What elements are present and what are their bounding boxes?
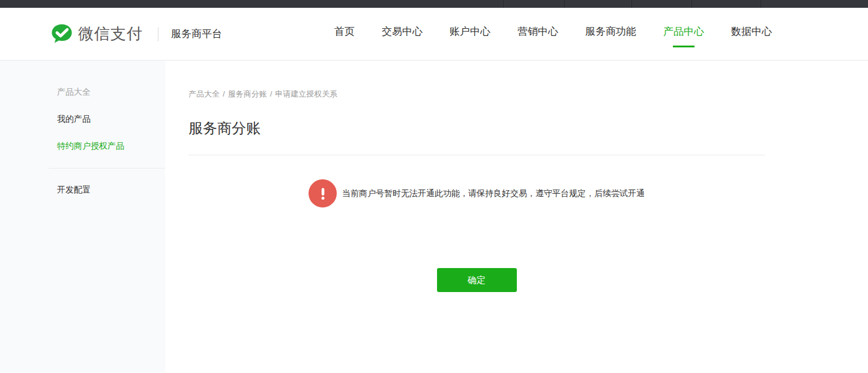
sidebar-item-sub-merchant-authorized-products[interactable]: 特约商户授权产品	[0, 141, 165, 152]
nav-item-account-center[interactable]: 账户中心	[450, 19, 490, 49]
exclamation-circle-icon	[309, 179, 337, 207]
nav-item-data-center[interactable]: 数据中心	[731, 19, 772, 49]
nav-item-home[interactable]: 首页	[334, 19, 355, 49]
nav-item-transaction-center[interactable]: 交易中心	[382, 19, 423, 49]
page-body: 产品大全 我的产品 特约商户授权产品 开发配置 产品大全/服务商分账/申请建立授…	[0, 61, 868, 372]
sidebar-item-dev-config[interactable]: 开发配置	[0, 185, 165, 195]
sidebar-section-title: 产品大全	[0, 87, 165, 98]
breadcrumb-separator: /	[223, 89, 225, 98]
breadcrumb-separator: /	[270, 89, 273, 98]
content-divider	[188, 155, 765, 155]
breadcrumb-segment-product-catalog[interactable]: 产品大全	[188, 89, 220, 98]
page-title: 服务商分账	[188, 119, 765, 138]
breadcrumb: 产品大全/服务商分账/申请建立授权关系	[188, 89, 765, 100]
confirm-button[interactable]: 确定	[437, 268, 517, 292]
tab-divider	[503, 0, 504, 8]
alert-message: 当前商户号暂时无法开通此功能，请保持良好交易，遵守平台规定，后续尝试开通	[342, 188, 645, 199]
sidebar-item-my-products[interactable]: 我的产品	[0, 114, 165, 125]
brand[interactable]: 微信支付 服务商平台	[50, 23, 222, 46]
breadcrumb-segment-profit-sharing[interactable]: 服务商分账	[228, 89, 267, 98]
alert: 当前商户号暂时无法开通此功能，请保持良好交易，遵守平台规定，后续尝试开通	[188, 179, 765, 207]
brand-portal-label: 服务商平台	[171, 27, 222, 41]
main-nav: 首页 交易中心 账户中心 营销中心 服务商功能 产品中心 数据中心	[334, 19, 868, 49]
wechat-pay-logo-icon	[50, 23, 73, 46]
browser-tab-strip	[0, 0, 868, 8]
tab-divider	[761, 0, 761, 8]
nav-item-service-provider-features[interactable]: 服务商功能	[585, 19, 636, 49]
brand-name: 微信支付	[78, 23, 143, 44]
tab-divider	[692, 0, 692, 8]
tab-divider	[564, 0, 565, 8]
button-row: 确定	[188, 268, 765, 292]
tab-divider	[631, 0, 632, 8]
nav-item-product-center[interactable]: 产品中心	[663, 19, 704, 49]
sidebar-divider	[49, 168, 165, 169]
main-content: 产品大全/服务商分账/申请建立授权关系 服务商分账 当前商户号暂时无法开通此功能…	[165, 61, 868, 372]
sidebar: 产品大全 我的产品 特约商户授权产品 开发配置	[0, 61, 165, 372]
brand-divider	[158, 27, 158, 41]
header: 微信支付 服务商平台 首页 交易中心 账户中心 营销中心 服务商功能 产品中心 …	[0, 8, 868, 61]
breadcrumb-segment-apply-authorization: 申请建立授权关系	[275, 89, 337, 98]
nav-item-marketing-center[interactable]: 营销中心	[517, 19, 558, 49]
